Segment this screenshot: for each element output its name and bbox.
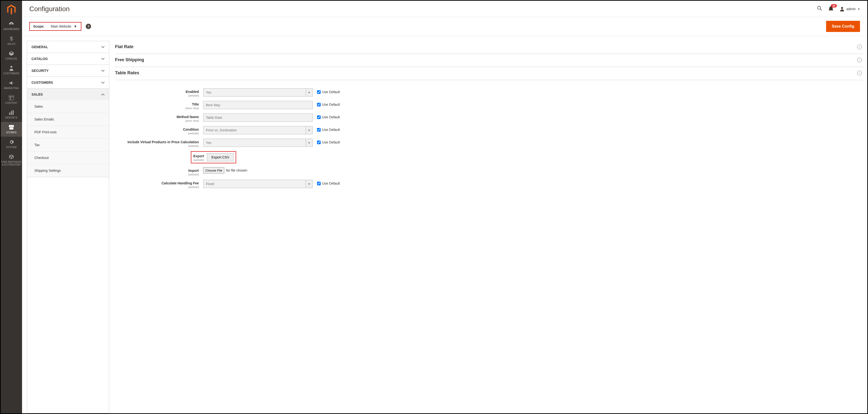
- svg-rect-6: [12, 110, 13, 115]
- field-scope: [website]: [115, 94, 199, 97]
- caret-down-icon: ▾: [306, 126, 312, 134]
- magento-logo[interactable]: [1, 1, 22, 19]
- title-input[interactable]: [203, 101, 313, 109]
- config-group-label: CATALOG: [31, 57, 48, 61]
- config-sub-sales[interactable]: Sales: [27, 100, 109, 113]
- use-default-label: Use Default: [322, 140, 340, 144]
- field-condition: Condition[website] Price vs. Destination…: [115, 124, 863, 137]
- field-scope: [store view]: [115, 119, 199, 122]
- sidebar-item-content[interactable]: CONTENT: [1, 93, 22, 107]
- config-sub-sales-emails[interactable]: Sales Emails: [27, 113, 109, 126]
- scope-dropdown[interactable]: Main Website ▼: [51, 25, 77, 28]
- sidebar-item-customers[interactable]: CUSTOMERS: [1, 63, 22, 78]
- field-method-name: Method Name[store view] Use Default: [115, 111, 863, 124]
- use-default-checkbox[interactable]: [317, 128, 321, 132]
- config-sub-pdf[interactable]: PDF Print-outs: [27, 126, 109, 138]
- sidebar-item-reports[interactable]: REPORTS: [1, 107, 22, 122]
- config-group-header[interactable]: CUSTOMERS: [27, 77, 109, 88]
- field-scope: [website]: [115, 144, 199, 147]
- puzzle-icon: [9, 154, 14, 160]
- sidebar-item-stores[interactable]: STORES: [1, 122, 22, 137]
- enabled-select[interactable]: Yes▾: [203, 88, 313, 97]
- chevron-down-icon: [101, 80, 104, 84]
- sidebar-item-partners[interactable]: FIND PARTNERS & EXTENSIONS: [1, 151, 22, 169]
- use-default-label: Use Default: [322, 115, 340, 119]
- config-group-customers: CUSTOMERS: [27, 77, 109, 89]
- config-group-header[interactable]: SECURITY: [27, 65, 109, 76]
- section-flat-rate[interactable]: Flat Rate: [115, 41, 863, 54]
- field-label: Condition: [115, 128, 199, 131]
- config-group-catalog: CATALOG: [27, 53, 109, 65]
- user-name: admin: [846, 7, 856, 11]
- section-free-shipping[interactable]: Free Shipping: [115, 54, 863, 67]
- sidebar-item-catalog[interactable]: CATALOG: [1, 48, 22, 63]
- svg-point-0: [10, 66, 12, 68]
- chevron-down-icon: [101, 45, 104, 49]
- use-default-checkbox[interactable]: [317, 182, 321, 185]
- method-name-input[interactable]: [203, 113, 313, 122]
- config-group-header[interactable]: SALES: [27, 89, 109, 100]
- config-group-header[interactable]: CATALOG: [27, 53, 109, 65]
- config-sub-shipping-settings[interactable]: Shipping Settings: [27, 164, 109, 177]
- svg-rect-5: [11, 111, 12, 115]
- config-sub-checkout[interactable]: Checkout: [27, 151, 109, 164]
- svg-point-9: [841, 7, 843, 9]
- scope-selector[interactable]: Scope: Main Website ▼: [29, 22, 82, 31]
- field-scope: [website]: [115, 173, 199, 176]
- search-icon[interactable]: [817, 6, 822, 12]
- field-import: Import[website] Choose File No file chos…: [115, 165, 863, 178]
- collapse-icon: [857, 71, 862, 75]
- chevron-down-icon: [101, 69, 104, 73]
- export-highlight: Export[website] Export CSV: [191, 151, 236, 163]
- field-scope: [website]: [193, 159, 204, 161]
- scope-label: Scope:: [33, 25, 44, 28]
- sidebar-item-sales[interactable]: $ SALES: [1, 33, 22, 48]
- caret-down-icon: ▾: [306, 139, 312, 147]
- field-label: Enabled: [115, 90, 199, 94]
- svg-point-7: [817, 6, 821, 9]
- field-title: Title[store view] Use Default: [115, 99, 863, 111]
- sidebar-label: CUSTOMERS: [3, 72, 20, 75]
- chevron-up-icon: [101, 93, 104, 96]
- expand-icon: [857, 44, 862, 49]
- field-label: Calculate Handling Fee: [115, 181, 199, 185]
- config-sub-tax[interactable]: Tax: [27, 138, 109, 151]
- section-title: Table Rates: [115, 70, 139, 75]
- handling-select[interactable]: Fixed▾: [203, 180, 313, 188]
- condition-select[interactable]: Price vs. Destination▾: [203, 126, 313, 134]
- section-table-rates[interactable]: Table Rates: [115, 67, 863, 80]
- sidebar-item-dashboard[interactable]: DASHBOARD: [1, 19, 22, 33]
- config-group-security: SECURITY: [27, 65, 109, 77]
- box-icon: [9, 50, 14, 56]
- help-icon[interactable]: ?: [86, 24, 91, 29]
- field-scope: [website]: [115, 132, 199, 135]
- use-default-checkbox[interactable]: [317, 90, 321, 94]
- sidebar-label: DASHBOARD: [3, 28, 20, 31]
- config-group-header[interactable]: GENERAL: [27, 41, 109, 53]
- notification-badge: 39: [831, 4, 837, 7]
- use-default-checkbox[interactable]: [317, 141, 321, 144]
- use-default-checkbox[interactable]: [317, 103, 321, 106]
- use-default-label: Use Default: [322, 90, 340, 94]
- sidebar-label: SALES: [7, 43, 16, 45]
- file-chosen-text: No file chosen: [226, 168, 247, 172]
- field-scope: [store view]: [115, 107, 199, 110]
- use-default-checkbox[interactable]: [317, 115, 321, 119]
- choose-file-button[interactable]: Choose File: [203, 167, 224, 173]
- config-group-label: CUSTOMERS: [31, 80, 53, 84]
- config-group-label: GENERAL: [31, 45, 48, 49]
- sidebar-item-marketing[interactable]: MARKETING: [1, 78, 22, 93]
- virtual-select[interactable]: Yes▾: [203, 139, 313, 147]
- user-menu[interactable]: admin ▼: [840, 6, 860, 11]
- notifications-icon[interactable]: 39: [829, 6, 833, 12]
- admin-sidebar: DASHBOARD $ SALES CATALOG CUSTOMERS MARK…: [1, 1, 22, 413]
- export-csv-button[interactable]: Export CSV: [207, 153, 234, 161]
- sidebar-item-system[interactable]: SYSTEM: [1, 137, 22, 151]
- use-default-label: Use Default: [322, 128, 340, 132]
- sidebar-label: CONTENT: [5, 102, 18, 104]
- megaphone-icon: [9, 80, 14, 86]
- person-icon: [9, 65, 13, 71]
- layout-icon: [9, 95, 14, 101]
- save-config-button[interactable]: Save Config: [826, 21, 860, 32]
- config-group-children: Sales Sales Emails PDF Print-outs Tax Ch…: [27, 100, 109, 177]
